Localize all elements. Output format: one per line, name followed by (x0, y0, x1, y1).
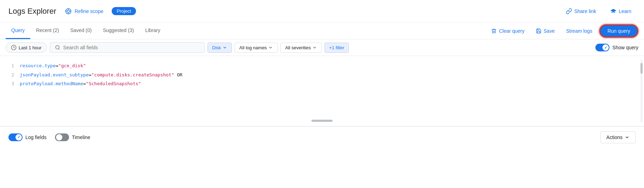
tab-recent[interactable]: Recent (2) (30, 23, 64, 39)
clear-query-label: Clear query (499, 28, 524, 34)
time-filter-button[interactable]: Last 1 hour (6, 42, 47, 53)
vertical-scrollbar-track (640, 59, 643, 123)
refine-scope-button[interactable]: Refine scope (62, 6, 106, 17)
search-input[interactable] (63, 45, 199, 50)
timeline-toggle-track[interactable] (55, 133, 69, 141)
horizontal-scrollbar[interactable] (311, 120, 333, 122)
stream-logs-button[interactable]: Stream logs (562, 26, 597, 36)
search-field[interactable] (50, 42, 205, 53)
learn-icon (610, 8, 617, 14)
tab-actions: Clear query Save Stream logs Run query (487, 24, 638, 38)
tab-library[interactable]: Library (140, 23, 166, 39)
clear-query-icon (491, 28, 497, 34)
timeline-toggle: Timeline (55, 133, 90, 141)
disk-filter-button[interactable]: Disk (208, 43, 232, 53)
line-num-3: 3 (8, 80, 14, 88)
line-content-2[interactable]: jsonPayload.event_subtype="compute.disks… (20, 71, 182, 79)
svg-point-1 (67, 10, 69, 12)
log-fields-label: Log fields (25, 134, 47, 140)
disk-filter-label: Disk (212, 45, 221, 50)
actions-chevron-icon (625, 135, 630, 140)
log-fields-toggle-thumb: ✓ (16, 134, 22, 140)
timeline-label: Timeline (72, 134, 90, 140)
actions-label: Actions (606, 134, 623, 140)
log-names-label: All log names (239, 45, 267, 50)
query-value: "ScheduledSnapshots" (86, 81, 141, 86)
tab-saved[interactable]: Saved (0) (64, 23, 97, 39)
tab-bar: Query Recent (2) Saved (0) Suggested (3)… (0, 23, 644, 39)
query-keyword: protoPayload.methodName (20, 81, 83, 86)
refine-scope-label: Refine scope (75, 8, 104, 14)
query-value: "compute.disks.createSnapshot" (92, 72, 174, 77)
query-line-2: 2 jsonPayload.event_subtype="compute.dis… (8, 71, 636, 79)
share-link-icon (566, 8, 572, 14)
run-query-label: Run query (607, 28, 630, 34)
save-label: Save (544, 28, 555, 34)
svg-point-7 (56, 45, 59, 49)
filter-bar: Last 1 hour Disk All log names All sever… (0, 39, 644, 56)
query-line-1: 1 resource.type="gce_disk" (8, 62, 636, 70)
line-content-3[interactable]: protoPayload.methodName="ScheduledSnapsh… (20, 80, 141, 88)
query-keyword: resource.type (20, 63, 56, 68)
query-line-3: 3 protoPayload.methodName="ScheduledSnap… (8, 80, 636, 88)
line-num-2: 2 (8, 71, 14, 79)
search-icon (55, 45, 60, 50)
save-button[interactable]: Save (532, 26, 559, 36)
tab-query[interactable]: Query (6, 23, 30, 39)
tab-suggested[interactable]: Suggested (3) (97, 23, 140, 39)
severities-label: All severities (285, 45, 311, 50)
bottom-bar: ✓ Log fields Timeline Actions (0, 126, 644, 148)
save-icon (536, 28, 541, 34)
plus-filter-label: +1 filter (329, 45, 344, 50)
show-query-label: Show query (612, 45, 638, 50)
plus-filter-button[interactable]: +1 filter (324, 43, 349, 53)
log-names-chevron-icon (268, 45, 273, 50)
query-lines: 1 resource.type="gce_disk" 2 jsonPayload… (8, 62, 636, 88)
project-badge[interactable]: Project (112, 7, 136, 15)
share-link-button[interactable]: Share link (562, 6, 600, 17)
log-names-filter-button[interactable]: All log names (235, 43, 278, 53)
stream-logs-label: Stream logs (566, 28, 593, 34)
severities-chevron-icon (312, 45, 317, 50)
learn-label: Learn (619, 8, 631, 14)
log-fields-toggle: ✓ Log fields (8, 133, 47, 141)
svg-line-8 (59, 49, 60, 50)
timeline-toggle-thumb (56, 134, 62, 140)
vertical-scrollbar-thumb[interactable] (640, 63, 643, 74)
actions-button[interactable]: Actions (600, 131, 636, 143)
log-fields-check-icon: ✓ (17, 135, 20, 139)
clear-query-button[interactable]: Clear query (487, 26, 528, 36)
run-query-button[interactable]: Run query (599, 24, 638, 38)
refine-scope-icon (65, 8, 72, 15)
top-header: Logs Explorer Refine scope Project Share… (0, 0, 644, 23)
line-content-1[interactable]: resource.type="gce_disk" (20, 62, 86, 70)
query-keyword: jsonPayload.event_subtype (20, 72, 89, 77)
learn-button[interactable]: Learn (606, 6, 636, 17)
line-num-1: 1 (8, 62, 14, 70)
show-query-toggle-thumb: ✓ (602, 44, 609, 51)
disk-chevron-icon (222, 45, 227, 50)
share-link-label: Share link (574, 8, 596, 14)
query-editor: 1 resource.type="gce_disk" 2 jsonPayload… (0, 56, 644, 126)
toggle-check-icon: ✓ (604, 45, 607, 50)
app-title: Logs Explorer (8, 7, 56, 16)
show-query-toggle: ✓ Show query (595, 44, 638, 51)
show-query-toggle-track[interactable]: ✓ (595, 44, 609, 51)
time-filter-label: Last 1 hour (19, 45, 42, 50)
log-fields-toggle-track[interactable]: ✓ (8, 133, 23, 141)
severities-filter-button[interactable]: All severities (280, 43, 322, 53)
clock-icon (11, 45, 17, 50)
query-value: "gce_disk" (58, 63, 86, 68)
